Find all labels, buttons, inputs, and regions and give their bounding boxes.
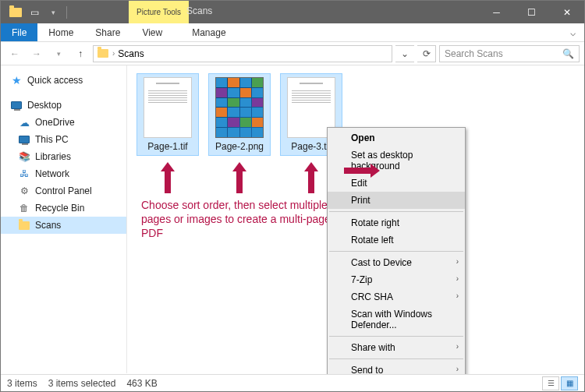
recycle-icon: 🗑 xyxy=(18,202,30,214)
maximize-button[interactable]: ☐ xyxy=(514,1,549,23)
window-title: Scans xyxy=(186,5,212,16)
folder-icon xyxy=(18,219,30,231)
file-name: Page-1.tif xyxy=(140,141,195,152)
chevron-right-icon: › xyxy=(456,274,459,283)
menu-item-7zip[interactable]: 7-Zip› xyxy=(328,271,465,288)
tab-view[interactable]: View xyxy=(131,23,173,41)
up-button[interactable]: ↑ xyxy=(71,44,90,63)
search-placeholder: Search Scans xyxy=(445,48,503,59)
thumbnail-image-icon xyxy=(215,77,264,138)
search-input[interactable]: Search Scans 🔍 xyxy=(439,45,580,62)
menu-separator xyxy=(329,211,463,212)
file-name: Page-2.png xyxy=(212,141,267,152)
menu-item-defender[interactable]: Scan with Windows Defender... xyxy=(328,305,465,334)
menu-separator xyxy=(329,251,463,252)
minimize-button[interactable]: ─ xyxy=(479,1,514,23)
menu-item-open[interactable]: Open xyxy=(328,129,465,147)
properties-icon[interactable]: ▭ xyxy=(26,4,43,21)
sidebar-item-this-pc[interactable]: This PC xyxy=(1,131,126,148)
desktop-icon xyxy=(10,99,23,111)
navigation-pane: ★ Quick access Desktop ☁ OneDrive This P… xyxy=(1,65,127,373)
contextual-tab-label: Picture Tools xyxy=(136,9,181,16)
file-item[interactable]: Page-2.png xyxy=(208,73,271,193)
file-item[interactable]: Page-1.tif xyxy=(136,73,199,193)
search-icon: 🔍 xyxy=(562,48,574,59)
arrow-right-icon xyxy=(344,164,380,178)
chevron-right-icon: › xyxy=(456,257,459,266)
arrow-up-icon xyxy=(306,162,317,193)
contextual-tab-picture-tools[interactable]: Picture Tools xyxy=(129,1,189,23)
sidebar-item-quick-access[interactable]: ★ Quick access xyxy=(1,72,126,89)
status-size: 463 KB xyxy=(126,378,157,389)
address-dropdown-icon[interactable]: ⌄ xyxy=(395,45,414,62)
tab-share[interactable]: Share xyxy=(84,23,131,41)
menu-item-cast[interactable]: Cast to Device› xyxy=(328,254,465,271)
tab-file[interactable]: File xyxy=(1,23,37,41)
menu-separator xyxy=(329,336,463,337)
breadcrumb[interactable]: › Scans xyxy=(93,45,392,62)
menu-item-crc[interactable]: CRC SHA› xyxy=(328,288,465,305)
chevron-right-icon: › xyxy=(456,291,459,300)
back-button[interactable]: ← xyxy=(5,44,24,63)
tab-home[interactable]: Home xyxy=(37,23,84,41)
refresh-button[interactable]: ⟳ xyxy=(417,45,436,62)
network-icon: 🖧 xyxy=(18,168,30,180)
chevron-right-icon: › xyxy=(456,342,459,351)
chevron-right-icon: › xyxy=(112,49,115,58)
sidebar-item-control-panel[interactable]: ⚙ Control Panel xyxy=(1,182,126,200)
recent-dropdown-icon[interactable]: ▾ xyxy=(49,44,68,63)
breadcrumb-folder: Scans xyxy=(118,48,144,59)
sidebar-item-network[interactable]: 🖧 Network xyxy=(1,165,126,182)
menu-item-rotate-left[interactable]: Rotate left xyxy=(328,231,465,249)
ribbon-collapse-icon[interactable]: ⌵ xyxy=(561,23,584,41)
sidebar-item-recycle-bin[interactable]: 🗑 Recycle Bin xyxy=(1,200,126,217)
arrow-up-icon xyxy=(162,162,173,193)
menu-separator xyxy=(329,358,463,359)
chevron-right-icon: › xyxy=(456,365,459,373)
tab-manage[interactable]: Manage xyxy=(181,23,236,41)
menu-item-rotate-right[interactable]: Rotate right xyxy=(328,214,465,231)
gear-icon: ⚙ xyxy=(18,185,30,197)
menu-item-share-with[interactable]: Share with› xyxy=(328,339,465,356)
status-selected-count: 3 items selected xyxy=(48,378,116,389)
thumbnail-document-icon xyxy=(144,77,192,138)
sidebar-item-libraries[interactable]: 📚 Libraries xyxy=(1,148,126,165)
star-icon: ★ xyxy=(10,74,23,87)
forward-button[interactable]: → xyxy=(27,44,46,63)
libraries-icon: 📚 xyxy=(18,150,30,163)
folder-icon[interactable] xyxy=(7,4,24,21)
annotation-text: Choose sort order, then select multiple … xyxy=(141,198,344,240)
menu-item-print[interactable]: Print xyxy=(328,192,465,209)
arrow-up-icon xyxy=(234,162,245,193)
sidebar-item-scans[interactable]: Scans xyxy=(1,217,126,234)
pc-icon xyxy=(18,133,30,146)
qat-dropdown-icon[interactable]: ▾ xyxy=(44,4,62,21)
ribbon-tabs: File Home Share View Manage ⌵ xyxy=(1,23,584,42)
status-bar: 3 items 3 items selected 463 KB ☰ ▦ xyxy=(1,374,584,391)
cloud-icon: ☁ xyxy=(18,116,30,129)
details-view-button[interactable]: ☰ xyxy=(542,376,559,390)
sidebar-item-onedrive[interactable]: ☁ OneDrive xyxy=(1,114,126,131)
close-button[interactable]: ✕ xyxy=(549,1,584,23)
thumbnails-view-button[interactable]: ▦ xyxy=(561,376,578,390)
address-bar: ← → ▾ ↑ › Scans ⌄ ⟳ Search Scans 🔍 xyxy=(1,42,584,65)
sidebar-item-desktop[interactable]: Desktop xyxy=(1,97,126,114)
status-item-count: 3 items xyxy=(7,378,37,389)
quick-access-toolbar: ▭ ▾ xyxy=(1,4,70,21)
title-bar: ▭ ▾ Picture Tools Scans ─ ☐ ✕ xyxy=(1,1,584,23)
